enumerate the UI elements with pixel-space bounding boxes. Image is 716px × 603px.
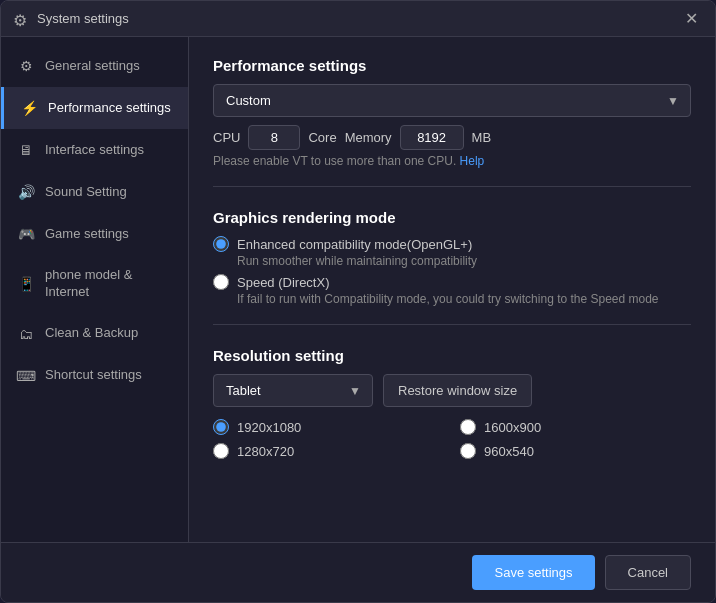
res-1600-label: 1600x900 [484,420,541,435]
sidebar-item-label: General settings [45,58,172,75]
sidebar-item-interface[interactable]: 🖥 Interface settings [1,129,188,171]
graphics-opengl-item: Enhanced compatibility mode(OpenGL+) Run… [213,236,691,268]
res-1280-radio[interactable] [213,443,229,459]
graphics-directx-desc: If fail to run with Compatibility mode, … [237,292,691,306]
preset-dropdown-row: Custom Balanced Performance Power Saving… [213,84,691,117]
cancel-button[interactable]: Cancel [605,555,691,590]
sidebar-item-label: Game settings [45,226,172,243]
graphics-opengl-label: Enhanced compatibility mode(OpenGL+) [237,237,472,252]
resolution-section: Resolution setting Tablet Phone Custom ▼… [213,347,691,459]
graphics-directx-label: Speed (DirectX) [237,275,329,290]
save-settings-button[interactable]: Save settings [472,555,594,590]
graphics-directx-row[interactable]: Speed (DirectX) [213,274,691,290]
sidebar-item-label: Interface settings [45,142,172,159]
sidebar-item-label: phone model & Internet [45,267,172,301]
sidebar-item-performance[interactable]: ⚡ Performance settings [1,87,188,129]
game-icon: 🎮 [17,225,35,243]
core-label: Core [308,130,336,145]
sidebar-item-game[interactable]: 🎮 Game settings [1,213,188,255]
graphics-section: Graphics rendering mode Enhanced compati… [213,209,691,306]
performance-icon: ⚡ [20,99,38,117]
sidebar-item-label: Clean & Backup [45,325,172,342]
res-1920-row[interactable]: 1920x1080 [213,419,444,435]
content-area: ⚙ General settings ⚡ Performance setting… [1,37,715,542]
resolution-dropdown-wrap: Tablet Phone Custom ▼ [213,374,373,407]
memory-label: Memory [345,130,392,145]
memory-input[interactable] [400,125,464,150]
graphics-radio-group: Enhanced compatibility mode(OpenGL+) Run… [213,236,691,306]
sidebar-item-backup[interactable]: 🗂 Clean & Backup [1,313,188,355]
res-960-label: 960x540 [484,444,534,459]
sidebar-item-shortcut[interactable]: ⌨ Shortcut settings [1,355,188,397]
phone-icon: 📱 [17,275,35,293]
graphics-opengl-row[interactable]: Enhanced compatibility mode(OpenGL+) [213,236,691,252]
window-title: System settings [37,11,679,26]
performance-title: Performance settings [213,57,691,74]
res-1280-label: 1280x720 [237,444,294,459]
sound-icon: 🔊 [17,183,35,201]
resolution-title: Resolution setting [213,347,691,364]
res-960-radio[interactable] [460,443,476,459]
vt-help-link[interactable]: Help [460,154,485,168]
mb-label: MB [472,130,492,145]
cpu-input[interactable] [248,125,300,150]
sidebar-item-label: Sound Setting [45,184,172,201]
sidebar-item-label: Shortcut settings [45,367,172,384]
shortcut-icon: ⌨ [17,367,35,385]
footer: Save settings Cancel [1,542,715,602]
settings-icon: ⚙ [13,11,29,27]
system-settings-window: ⚙ System settings ✕ ⚙ General settings ⚡… [0,0,716,603]
interface-icon: 🖥 [17,141,35,159]
resolution-dropdown[interactable]: Tablet Phone Custom [213,374,373,407]
res-1920-radio[interactable] [213,419,229,435]
sidebar-item-phone[interactable]: 📱 phone model & Internet [1,255,188,313]
res-1600-row[interactable]: 1600x900 [460,419,691,435]
titlebar: ⚙ System settings ✕ [1,1,715,37]
preset-dropdown[interactable]: Custom Balanced Performance Power Saving [213,84,691,117]
restore-window-size-button[interactable]: Restore window size [383,374,532,407]
graphics-opengl-radio[interactable] [213,236,229,252]
backup-icon: 🗂 [17,325,35,343]
resolution-controls: Tablet Phone Custom ▼ Restore window siz… [213,374,691,407]
sidebar-item-sound[interactable]: 🔊 Sound Setting [1,171,188,213]
res-1280-row[interactable]: 1280x720 [213,443,444,459]
main-content: Performance settings Custom Balanced Per… [189,37,715,542]
divider-2 [213,324,691,325]
res-960-row[interactable]: 960x540 [460,443,691,459]
sidebar-item-label: Performance settings [48,100,172,117]
graphics-title: Graphics rendering mode [213,209,691,226]
res-1600-radio[interactable] [460,419,476,435]
graphics-directx-radio[interactable] [213,274,229,290]
graphics-directx-item: Speed (DirectX) If fail to run with Comp… [213,274,691,306]
divider-1 [213,186,691,187]
close-button[interactable]: ✕ [679,7,703,31]
sidebar: ⚙ General settings ⚡ Performance setting… [1,37,189,542]
vt-help-text: Please enable VT to use more than one CP… [213,154,691,168]
resolution-grid: 1920x1080 1600x900 1280x720 [213,419,691,459]
sidebar-item-general[interactable]: ⚙ General settings [1,45,188,87]
graphics-opengl-desc: Run smoother while maintaining compatibi… [237,254,691,268]
performance-section: Performance settings Custom Balanced Per… [213,57,691,168]
general-icon: ⚙ [17,57,35,75]
cpu-memory-row: CPU Core Memory MB [213,125,691,150]
res-1920-label: 1920x1080 [237,420,301,435]
cpu-label: CPU [213,130,240,145]
